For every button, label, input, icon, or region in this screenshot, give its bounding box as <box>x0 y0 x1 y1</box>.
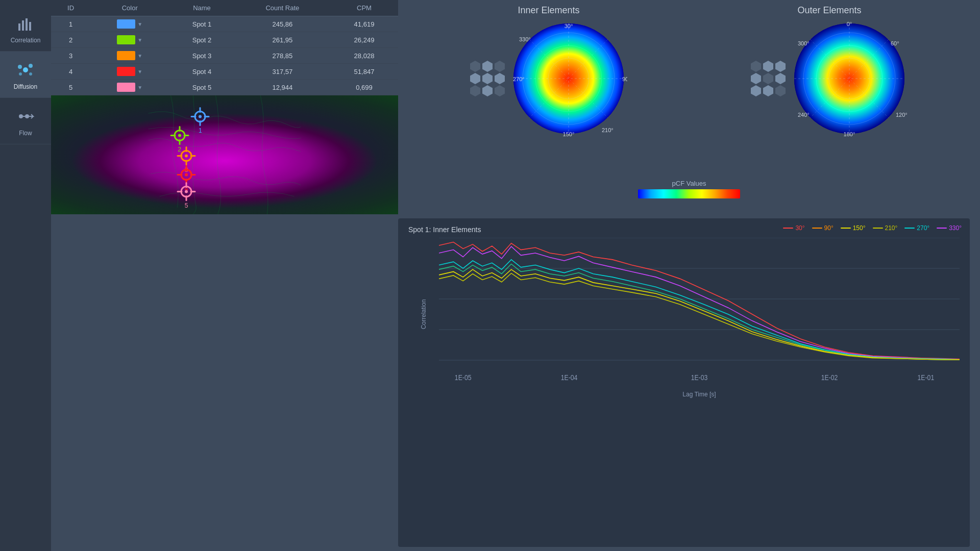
cell-cpm: 26,249 <box>330 32 398 48</box>
ohex-8 <box>763 85 773 96</box>
spot-label-1: 1 <box>199 127 202 134</box>
cell-id: 4 <box>51 64 90 80</box>
svg-point-9 <box>19 114 23 118</box>
svg-text:1E-05: 1E-05 <box>455 373 472 382</box>
table-row[interactable]: 1 ▼ Spot 1 245,86 41,619 <box>51 16 398 32</box>
svg-text:150°: 150° <box>563 131 575 137</box>
legend-150: 150° <box>841 224 866 232</box>
hex-1 <box>470 61 480 72</box>
color-dropdown-arrow[interactable]: ▼ <box>137 85 142 90</box>
svg-rect-0 <box>18 23 20 31</box>
diffusion-icon <box>14 59 37 81</box>
hex-8 <box>482 85 493 96</box>
sidebar-item-diffusion[interactable]: Diffusion <box>0 52 51 98</box>
cell-name: Spot 5 <box>169 80 234 95</box>
legend-label-210: 210° <box>885 224 898 232</box>
spot-marker-1[interactable]: 1 <box>190 107 210 134</box>
sidebar-item-flow[interactable]: Flow <box>0 98 51 144</box>
hex-4 <box>470 73 480 84</box>
svg-point-24 <box>185 154 188 157</box>
table-row[interactable]: 5 ▼ Spot 5 12,944 0,699 <box>51 80 398 95</box>
line-chart-section: Spot 1: Inner Elements 30° 90° 150° 21 <box>398 218 970 547</box>
sidebar-label-correlation: Correlation <box>11 37 41 44</box>
cell-cpm: 28,028 <box>330 48 398 64</box>
color-swatch <box>117 19 135 29</box>
outer-hex-grid <box>751 61 787 96</box>
svg-text:120°: 120° <box>896 112 908 118</box>
cell-count-rate: 12,944 <box>235 80 330 95</box>
inner-polar-wrap: 30° 90° 150° 270° 330° 210° <box>470 20 627 137</box>
legend-210: 210° <box>873 224 898 232</box>
svg-text:1E-04: 1E-04 <box>561 373 578 382</box>
svg-text:60°: 60° <box>891 40 899 46</box>
bottom-left-spacer <box>51 214 398 551</box>
svg-text:300°: 300° <box>798 40 810 46</box>
svg-text:1E-03: 1E-03 <box>691 373 708 382</box>
series-150 <box>439 269 960 360</box>
color-swatch <box>117 35 135 44</box>
legend-dot-150 <box>841 228 851 229</box>
legend-label-90: 90° <box>824 224 834 232</box>
legend-dot-30 <box>783 228 793 229</box>
cell-color: ▼ <box>90 80 169 95</box>
table-row[interactable]: 3 ▼ Spot 3 278,85 28,028 <box>51 48 398 64</box>
color-dropdown-arrow[interactable]: ▼ <box>137 37 142 43</box>
legend-dot-90 <box>812 228 822 229</box>
cell-name: Spot 3 <box>169 48 234 64</box>
legend-330: 330° <box>937 224 962 232</box>
cell-color: ▼ <box>90 16 169 32</box>
svg-text:0°: 0° <box>847 21 852 27</box>
svg-point-12 <box>199 115 202 118</box>
legend-label-330: 330° <box>949 224 962 232</box>
cell-name: Spot 1 <box>169 16 234 32</box>
legend-label-270: 270° <box>917 224 929 232</box>
series-270 <box>439 260 960 360</box>
ohex-4 <box>751 73 761 84</box>
svg-text:90°: 90° <box>622 76 627 82</box>
cell-count-rate: 245,86 <box>235 16 330 32</box>
hex-6 <box>495 73 505 84</box>
svg-point-10 <box>25 114 29 118</box>
inner-elements-container: Inner Elements <box>470 5 627 137</box>
cell-id: 1 <box>51 16 90 32</box>
ohex-6 <box>775 73 786 84</box>
top-section: ID Color Name Count Rate CPM 1 ▼ <box>51 0 980 214</box>
inner-polar-svg: 30° 90° 150° 270° 330° 210° <box>510 20 627 137</box>
inner-hex-grid <box>470 61 506 96</box>
crosshair-icon-5 <box>177 182 196 201</box>
color-swatch <box>117 83 135 92</box>
svg-point-5 <box>18 65 22 69</box>
microscopy-cell-overlay <box>51 95 398 214</box>
legend-90: 90° <box>812 224 834 232</box>
hex-9 <box>495 85 505 96</box>
table-row[interactable]: 4 ▼ Spot 4 317,57 51,847 <box>51 64 398 80</box>
svg-text:30°: 30° <box>565 23 573 29</box>
outer-elements-title: Outer Elements <box>797 5 861 16</box>
spot-marker-5[interactable]: 5 <box>177 182 196 209</box>
svg-text:240°: 240° <box>798 112 810 118</box>
cell-cpm: 51,847 <box>330 64 398 80</box>
bottom-section: Spot 1: Inner Elements 30° 90° 150° 21 <box>51 214 980 551</box>
sidebar: Correlation Diffusion Flow <box>0 0 51 551</box>
color-dropdown-arrow[interactable]: ▼ <box>137 21 142 27</box>
legend-label: pCF Values <box>672 180 706 187</box>
svg-point-7 <box>19 72 22 76</box>
svg-text:330°: 330° <box>519 36 531 42</box>
chart-legend: 30° 90° 150° 210° 270° <box>783 224 962 232</box>
cell-id: 3 <box>51 48 90 64</box>
outer-polar-svg: 0° 60° 120° 180° 240° 300° <box>791 20 908 137</box>
sidebar-item-correlation[interactable]: Correlation <box>0 5 51 52</box>
legend-dot-330 <box>937 228 947 229</box>
cell-count-rate: 261,95 <box>235 32 330 48</box>
svg-rect-1 <box>22 20 24 31</box>
color-dropdown-arrow[interactable]: ▼ <box>137 53 142 59</box>
color-swatch <box>117 51 135 60</box>
inner-polar-chart: 30° 90° 150° 270° 330° 210° <box>510 20 627 137</box>
table-row[interactable]: 2 ▼ Spot 2 261,95 26,249 <box>51 32 398 48</box>
outer-polar-wrap: 0° 60° 120° 180° 240° 300° <box>751 20 908 137</box>
cell-color: ▼ <box>90 48 169 64</box>
cell-name: Spot 4 <box>169 64 234 80</box>
color-dropdown-arrow[interactable]: ▼ <box>137 69 142 74</box>
flow-icon <box>14 105 37 128</box>
legend-dot-270 <box>904 228 915 229</box>
